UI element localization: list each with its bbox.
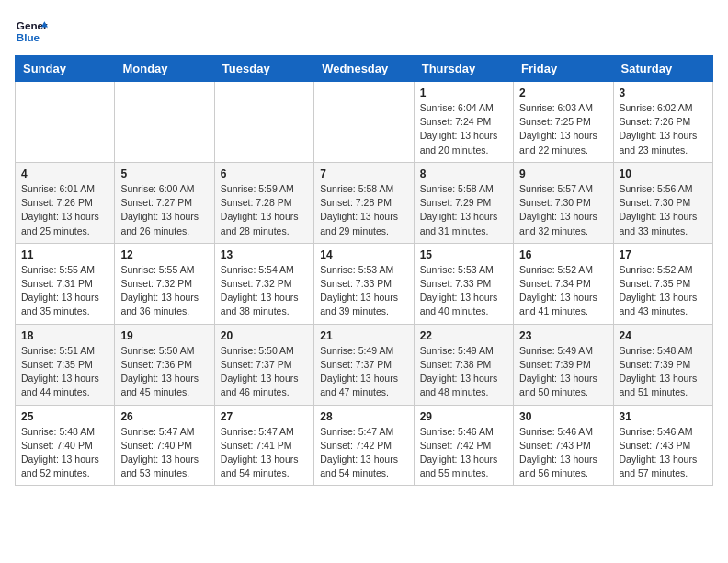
day-info: Sunrise: 6:03 AMSunset: 7:25 PMDaylight:… — [519, 101, 607, 157]
day-cell: 4Sunrise: 6:01 AMSunset: 7:26 PMDaylight… — [16, 162, 115, 243]
day-info: Sunrise: 5:46 AMSunset: 7:43 PMDaylight:… — [620, 425, 707, 481]
day-cell: 10Sunrise: 5:56 AMSunset: 7:30 PMDayligh… — [613, 162, 712, 243]
day-info: Sunrise: 5:55 AMSunset: 7:32 PMDaylight:… — [120, 263, 208, 319]
day-number: 10 — [620, 167, 707, 180]
day-cell: 31Sunrise: 5:46 AMSunset: 7:43 PMDayligh… — [613, 405, 712, 486]
day-cell: 18Sunrise: 5:51 AMSunset: 7:35 PMDayligh… — [16, 324, 115, 405]
day-number: 18 — [21, 329, 108, 342]
day-cell — [214, 82, 313, 163]
day-number: 13 — [221, 248, 308, 261]
day-cell: 7Sunrise: 5:58 AMSunset: 7:28 PMDaylight… — [314, 162, 414, 243]
day-number: 5 — [120, 167, 208, 180]
day-cell: 2Sunrise: 6:03 AMSunset: 7:25 PMDaylight… — [514, 82, 613, 163]
day-number: 4 — [21, 167, 108, 180]
day-cell: 26Sunrise: 5:47 AMSunset: 7:40 PMDayligh… — [115, 405, 214, 486]
page-header: General Blue — [15, 15, 713, 48]
logo: General Blue — [15, 15, 48, 48]
day-info: Sunrise: 5:49 AMSunset: 7:38 PMDaylight:… — [420, 344, 507, 400]
day-info: Sunrise: 5:48 AMSunset: 7:39 PMDaylight:… — [620, 344, 707, 400]
day-info: Sunrise: 5:49 AMSunset: 7:37 PMDaylight:… — [320, 344, 407, 400]
day-info: Sunrise: 5:49 AMSunset: 7:39 PMDaylight:… — [519, 344, 607, 400]
day-number: 31 — [620, 410, 707, 423]
week-row-2: 4Sunrise: 6:01 AMSunset: 7:26 PMDaylight… — [16, 162, 713, 243]
day-number: 23 — [519, 329, 607, 342]
day-info: Sunrise: 5:52 AMSunset: 7:34 PMDaylight:… — [519, 263, 607, 319]
day-number: 12 — [120, 248, 208, 261]
calendar-table: SundayMondayTuesdayWednesdayThursdayFrid… — [15, 55, 713, 486]
day-cell: 3Sunrise: 6:02 AMSunset: 7:26 PMDaylight… — [613, 82, 712, 163]
day-number: 21 — [320, 329, 407, 342]
day-number: 20 — [221, 329, 308, 342]
day-info: Sunrise: 5:59 AMSunset: 7:28 PMDaylight:… — [221, 182, 308, 238]
day-cell: 27Sunrise: 5:47 AMSunset: 7:41 PMDayligh… — [214, 405, 313, 486]
day-number: 14 — [320, 248, 407, 261]
day-headers-row: SundayMondayTuesdayWednesdayThursdayFrid… — [16, 56, 713, 82]
day-number: 30 — [519, 410, 607, 423]
day-cell: 17Sunrise: 5:52 AMSunset: 7:35 PMDayligh… — [613, 243, 712, 324]
logo-icon: General Blue — [15, 15, 48, 48]
day-number: 6 — [221, 167, 308, 180]
week-row-5: 25Sunrise: 5:48 AMSunset: 7:40 PMDayligh… — [16, 405, 713, 486]
day-info: Sunrise: 5:46 AMSunset: 7:42 PMDaylight:… — [420, 425, 507, 481]
day-cell: 12Sunrise: 5:55 AMSunset: 7:32 PMDayligh… — [115, 243, 214, 324]
day-cell: 29Sunrise: 5:46 AMSunset: 7:42 PMDayligh… — [414, 405, 513, 486]
day-number: 3 — [620, 86, 707, 99]
day-info: Sunrise: 5:54 AMSunset: 7:32 PMDaylight:… — [221, 263, 308, 319]
day-number: 22 — [420, 329, 507, 342]
day-info: Sunrise: 5:53 AMSunset: 7:33 PMDaylight:… — [420, 263, 507, 319]
day-cell: 9Sunrise: 5:57 AMSunset: 7:30 PMDaylight… — [514, 162, 613, 243]
day-cell: 22Sunrise: 5:49 AMSunset: 7:38 PMDayligh… — [414, 324, 513, 405]
day-cell: 1Sunrise: 6:04 AMSunset: 7:24 PMDaylight… — [414, 82, 513, 163]
day-number: 26 — [120, 410, 208, 423]
day-number: 11 — [21, 248, 108, 261]
day-info: Sunrise: 5:51 AMSunset: 7:35 PMDaylight:… — [21, 344, 108, 400]
day-info: Sunrise: 5:58 AMSunset: 7:29 PMDaylight:… — [420, 182, 507, 238]
day-number: 27 — [221, 410, 308, 423]
week-row-1: 1Sunrise: 6:04 AMSunset: 7:24 PMDaylight… — [16, 82, 713, 163]
day-cell: 6Sunrise: 5:59 AMSunset: 7:28 PMDaylight… — [214, 162, 313, 243]
day-number: 8 — [420, 167, 507, 180]
day-info: Sunrise: 6:04 AMSunset: 7:24 PMDaylight:… — [420, 101, 507, 157]
day-info: Sunrise: 5:47 AMSunset: 7:42 PMDaylight:… — [320, 425, 407, 481]
day-info: Sunrise: 6:00 AMSunset: 7:27 PMDaylight:… — [120, 182, 208, 238]
day-info: Sunrise: 5:47 AMSunset: 7:40 PMDaylight:… — [120, 425, 208, 481]
day-number: 7 — [320, 167, 407, 180]
day-info: Sunrise: 5:47 AMSunset: 7:41 PMDaylight:… — [221, 425, 308, 481]
day-cell — [314, 82, 414, 163]
week-row-3: 11Sunrise: 5:55 AMSunset: 7:31 PMDayligh… — [16, 243, 713, 324]
day-cell: 25Sunrise: 5:48 AMSunset: 7:40 PMDayligh… — [16, 405, 115, 486]
day-cell: 13Sunrise: 5:54 AMSunset: 7:32 PMDayligh… — [214, 243, 313, 324]
day-cell: 16Sunrise: 5:52 AMSunset: 7:34 PMDayligh… — [514, 243, 613, 324]
day-cell: 30Sunrise: 5:46 AMSunset: 7:43 PMDayligh… — [514, 405, 613, 486]
day-cell: 20Sunrise: 5:50 AMSunset: 7:37 PMDayligh… — [214, 324, 313, 405]
week-row-4: 18Sunrise: 5:51 AMSunset: 7:35 PMDayligh… — [16, 324, 713, 405]
day-info: Sunrise: 5:57 AMSunset: 7:30 PMDaylight:… — [519, 182, 607, 238]
day-number: 1 — [420, 86, 507, 99]
day-number: 19 — [120, 329, 208, 342]
day-header-monday: Monday — [115, 56, 214, 82]
day-header-thursday: Thursday — [414, 56, 513, 82]
day-cell: 5Sunrise: 6:00 AMSunset: 7:27 PMDaylight… — [115, 162, 214, 243]
day-number: 25 — [21, 410, 108, 423]
day-number: 24 — [620, 329, 707, 342]
day-number: 9 — [519, 167, 607, 180]
day-info: Sunrise: 5:53 AMSunset: 7:33 PMDaylight:… — [320, 263, 407, 319]
day-cell: 14Sunrise: 5:53 AMSunset: 7:33 PMDayligh… — [314, 243, 414, 324]
day-number: 17 — [620, 248, 707, 261]
day-cell: 23Sunrise: 5:49 AMSunset: 7:39 PMDayligh… — [514, 324, 613, 405]
day-info: Sunrise: 5:58 AMSunset: 7:28 PMDaylight:… — [320, 182, 407, 238]
day-info: Sunrise: 5:56 AMSunset: 7:30 PMDaylight:… — [620, 182, 707, 238]
day-info: Sunrise: 6:02 AMSunset: 7:26 PMDaylight:… — [620, 101, 707, 157]
day-number: 29 — [420, 410, 507, 423]
day-header-sunday: Sunday — [16, 56, 115, 82]
day-cell: 19Sunrise: 5:50 AMSunset: 7:36 PMDayligh… — [115, 324, 214, 405]
day-header-tuesday: Tuesday — [214, 56, 313, 82]
day-info: Sunrise: 5:50 AMSunset: 7:36 PMDaylight:… — [120, 344, 208, 400]
day-cell: 15Sunrise: 5:53 AMSunset: 7:33 PMDayligh… — [414, 243, 513, 324]
day-info: Sunrise: 5:50 AMSunset: 7:37 PMDaylight:… — [221, 344, 308, 400]
day-info: Sunrise: 6:01 AMSunset: 7:26 PMDaylight:… — [21, 182, 108, 238]
day-cell — [16, 82, 115, 163]
day-number: 15 — [420, 248, 507, 261]
day-number: 28 — [320, 410, 407, 423]
day-cell: 8Sunrise: 5:58 AMSunset: 7:29 PMDaylight… — [414, 162, 513, 243]
